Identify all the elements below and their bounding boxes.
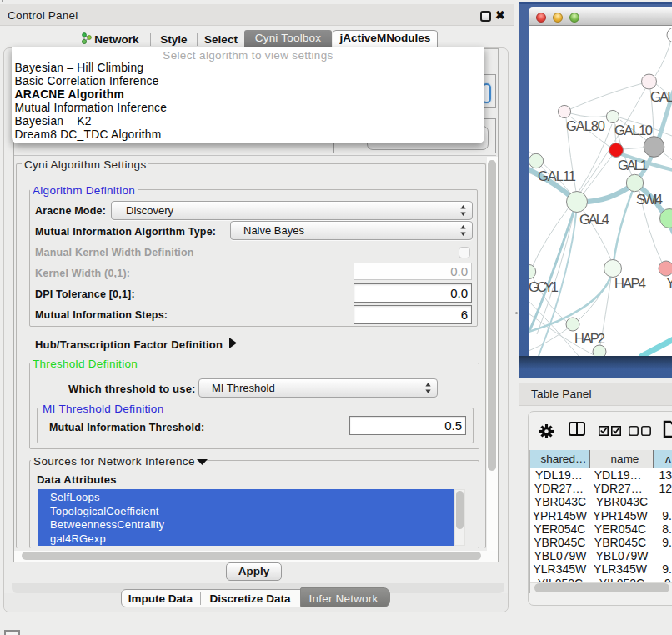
svg-text:HAP2: HAP2 (574, 331, 605, 346)
svg-text:SWI4: SWI4 (636, 192, 663, 207)
svg-text:GAL10: GAL10 (614, 122, 653, 138)
svg-text:GAL1: GAL1 (618, 158, 648, 172)
svg-text:HAP4: HAP4 (614, 276, 646, 291)
svg-text:GAL80: GAL80 (566, 118, 605, 133)
svg-text:GAL11: GAL11 (538, 168, 576, 183)
svg-text:GAL2: GAL2 (650, 89, 672, 104)
svg-text:GAL4: GAL4 (579, 212, 609, 227)
svg-text:GCY1: GCY1 (529, 279, 559, 294)
svg-text:Y: Y (666, 275, 672, 290)
